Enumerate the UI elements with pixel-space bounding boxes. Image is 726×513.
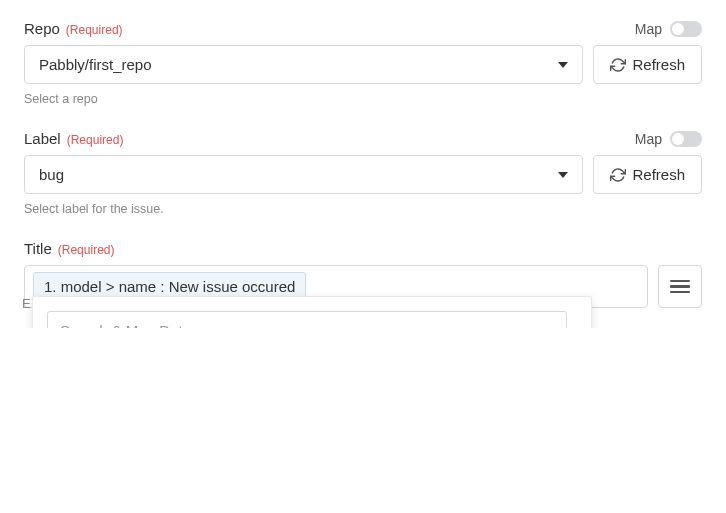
title-label: Title xyxy=(24,240,52,257)
title-field: Title (Required) 1. model > name : New i… xyxy=(24,240,702,308)
repo-required: (Required) xyxy=(66,23,123,37)
label-map-toggle[interactable] xyxy=(670,131,702,147)
repo-refresh-label: Refresh xyxy=(632,56,685,73)
label-label: Label xyxy=(24,130,61,147)
data-mapper-dropdown: 5f72be1716d66b2f32d3ac71 1. action > dis… xyxy=(32,296,592,328)
label-refresh-button[interactable]: Refresh xyxy=(593,155,702,194)
label-select[interactable]: bug xyxy=(24,155,583,194)
repo-map-label: Map xyxy=(635,21,662,37)
repo-label: Repo xyxy=(24,20,60,37)
repo-refresh-button[interactable]: Refresh xyxy=(593,45,702,84)
repo-help: Select a repo xyxy=(24,92,702,106)
title-menu-button[interactable] xyxy=(658,265,702,308)
search-input[interactable] xyxy=(47,311,567,328)
repo-label-row: Repo (Required) Map xyxy=(24,20,702,37)
refresh-icon xyxy=(610,57,626,73)
label-label-row: Label (Required) Map xyxy=(24,130,702,147)
label-value: bug xyxy=(39,166,64,183)
caret-down-icon xyxy=(558,62,568,68)
title-required: (Required) xyxy=(58,243,115,257)
label-refresh-label: Refresh xyxy=(632,166,685,183)
label-map-label: Map xyxy=(635,131,662,147)
repo-value: Pabbly/first_repo xyxy=(39,56,152,73)
repo-map-toggle[interactable] xyxy=(670,21,702,37)
label-required: (Required) xyxy=(67,133,124,147)
repo-field: Repo (Required) Map Pabbly/first_repo Re… xyxy=(24,20,702,106)
repo-select[interactable]: Pabbly/first_repo xyxy=(24,45,583,84)
caret-down-icon xyxy=(558,172,568,178)
menu-icon xyxy=(670,280,690,294)
label-help: Select label for the issue. xyxy=(24,202,702,216)
refresh-icon xyxy=(610,167,626,183)
label-field: Label (Required) Map bug Refresh Select … xyxy=(24,130,702,216)
